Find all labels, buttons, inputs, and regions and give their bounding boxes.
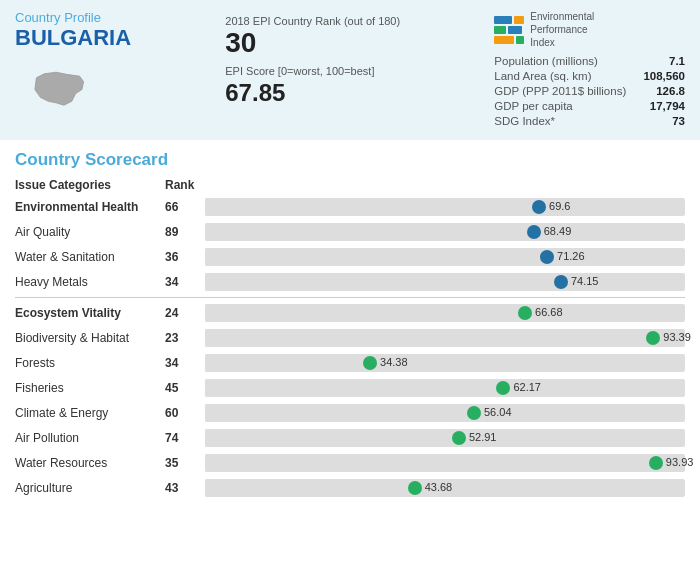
table-row: Ecosystem Vitality 24 66.68 — [15, 302, 685, 324]
bar-container: 34.38 — [205, 354, 685, 372]
table-row: Air Pollution 74 52.91 — [15, 427, 685, 449]
table-row: Environmental Health 66 69.6 — [15, 196, 685, 218]
bar-fill — [205, 454, 656, 472]
bar-fill — [205, 329, 653, 347]
stat-value: 17,794 — [650, 100, 685, 112]
stat-row: Population (millions)7.1 — [494, 55, 685, 67]
table-row: Biodiversity & Habitat 23 93.39 — [15, 327, 685, 349]
header-left: Country Profile BULGARIA — [15, 10, 131, 119]
stat-value: 73 — [672, 115, 685, 127]
bar-dot — [649, 456, 663, 470]
table-row: Agriculture 43 43.68 — [15, 477, 685, 499]
stat-row: GDP per capita17,794 — [494, 100, 685, 112]
table-row: Forests 34 34.38 — [15, 352, 685, 374]
rank-value: 36 — [165, 250, 205, 264]
table-row: Fisheries 45 62.17 — [15, 377, 685, 399]
issue-label: Climate & Energy — [15, 406, 165, 420]
stat-value: 126.8 — [656, 85, 685, 97]
bar-container: 74.15 — [205, 273, 685, 291]
col-issue-header: Issue Categories — [15, 178, 165, 192]
stat-key: GDP (PPP 2011$ billions) — [494, 85, 626, 97]
rank-value: 23 — [165, 331, 205, 345]
rank-value: 66 — [165, 200, 205, 214]
rank-value: 34 — [165, 356, 205, 370]
bar-dot — [532, 200, 546, 214]
stat-row: Land Area (sq. km)108,560 — [494, 70, 685, 82]
bar-dot — [408, 481, 422, 495]
bar-container: 93.39 — [205, 329, 685, 347]
bar-fill — [205, 354, 370, 372]
stat-key: Population (millions) — [494, 55, 598, 67]
bar-score-label: 93.39 — [663, 331, 691, 343]
bar-container: 66.68 — [205, 304, 685, 322]
bar-fill — [205, 198, 539, 216]
issue-label: Forests — [15, 356, 165, 370]
rank-value: 35 — [165, 456, 205, 470]
epi-logo-text: Environmental Performance Index — [530, 10, 594, 49]
country-name: BULGARIA — [15, 25, 131, 51]
issue-label: Fisheries — [15, 381, 165, 395]
bar-score-label: 62.17 — [513, 381, 541, 393]
bar-container: 56.04 — [205, 404, 685, 422]
score-label: EPI Score [0=worst, 100=best] — [225, 65, 400, 77]
bar-score-label: 74.15 — [571, 275, 599, 287]
issue-label: Agriculture — [15, 481, 165, 495]
scorecard-rows: Environmental Health 66 69.6 Air Quality… — [15, 196, 685, 499]
bar-container: 68.49 — [205, 223, 685, 241]
bar-dot — [540, 250, 554, 264]
stat-value: 7.1 — [669, 55, 685, 67]
rank-value: 74 — [165, 431, 205, 445]
bar-dot — [452, 431, 466, 445]
bar-dot — [646, 331, 660, 345]
issue-label: Air Quality — [15, 225, 165, 239]
stat-row: GDP (PPP 2011$ billions)126.8 — [494, 85, 685, 97]
issue-label: Water & Sanitation — [15, 250, 165, 264]
bar-container: 69.6 — [205, 198, 685, 216]
header-right: Environmental Performance Index Populati… — [494, 10, 685, 130]
section-divider — [15, 297, 685, 298]
rank-value: 34 — [165, 275, 205, 289]
bar-score-label: 71.26 — [557, 250, 585, 262]
bar-score-label: 34.38 — [380, 356, 408, 368]
rank-value: 30 — [225, 29, 400, 57]
rank-value: 89 — [165, 225, 205, 239]
issue-label: Ecosystem Vitality — [15, 306, 165, 320]
table-row: Heavy Metals 34 74.15 — [15, 271, 685, 293]
issue-label: Air Pollution — [15, 431, 165, 445]
bar-container: 62.17 — [205, 379, 685, 397]
epi-logo: Environmental Performance Index — [494, 10, 685, 49]
issue-label: Environmental Health — [15, 200, 165, 214]
rank-value: 45 — [165, 381, 205, 395]
bar-score-label: 68.49 — [544, 225, 572, 237]
rank-value: 60 — [165, 406, 205, 420]
bar-score-label: 66.68 — [535, 306, 563, 318]
bar-container: 71.26 — [205, 248, 685, 266]
stat-key: SDG Index* — [494, 115, 555, 127]
bar-score-label: 93.93 — [666, 456, 694, 468]
bar-fill — [205, 248, 547, 266]
rank-value: 24 — [165, 306, 205, 320]
bar-fill — [205, 429, 459, 447]
bar-fill — [205, 223, 534, 241]
bar-dot — [554, 275, 568, 289]
bar-dot — [363, 356, 377, 370]
bar-fill — [205, 404, 474, 422]
stat-key: Land Area (sq. km) — [494, 70, 591, 82]
bar-dot — [496, 381, 510, 395]
stat-key: GDP per capita — [494, 100, 572, 112]
bar-container: 52.91 — [205, 429, 685, 447]
bar-score-label: 69.6 — [549, 200, 570, 212]
bar-score-label: 43.68 — [425, 481, 453, 493]
stat-row: SDG Index*73 — [494, 115, 685, 127]
issue-label: Heavy Metals — [15, 275, 165, 289]
stat-value: 108,560 — [643, 70, 685, 82]
bar-container: 93.93 — [205, 454, 685, 472]
scorecard: Country Scorecard Issue Categories Rank … — [0, 140, 700, 512]
rank-value: 43 — [165, 481, 205, 495]
table-row: Air Quality 89 68.49 — [15, 221, 685, 243]
country-profile-label: Country Profile — [15, 10, 131, 25]
epi-logo-icon — [494, 16, 524, 44]
header-stats: Population (millions)7.1Land Area (sq. k… — [494, 55, 685, 130]
table-row: Climate & Energy 60 56.04 — [15, 402, 685, 424]
bar-fill — [205, 304, 525, 322]
